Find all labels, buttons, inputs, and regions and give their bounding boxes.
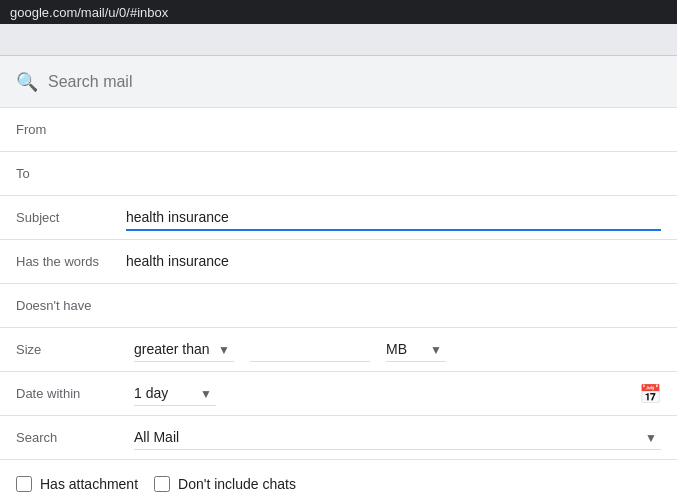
size-number-input[interactable] <box>250 337 370 362</box>
subject-label: Subject <box>16 210 126 225</box>
from-row: From <box>0 108 677 152</box>
doesnt-have-row: Doesn't have <box>0 284 677 328</box>
mb-select-wrapper: MBKBBytes ▼ <box>386 337 446 362</box>
to-row: To <box>0 152 677 196</box>
size-label: Size <box>16 342 126 357</box>
search-in-select[interactable]: All MailInboxStarredSent MailDraftsSpamT… <box>134 425 661 450</box>
search-bar: 🔍 <box>0 56 677 108</box>
title-bar: google.com/mail/u/0/#inbox <box>0 0 677 24</box>
has-attachment-checkbox[interactable] <box>16 476 32 492</box>
search-in-select-wrapper: All MailInboxStarredSent MailDraftsSpamT… <box>134 425 661 450</box>
to-input[interactable] <box>126 161 661 186</box>
date-within-label: Date within <box>16 386 126 401</box>
search-icon: 🔍 <box>16 71 38 93</box>
size-select-wrapper: greater thanless than ▼ <box>134 337 234 362</box>
search-form: From To Subject Has the words Doesn't ha… <box>0 108 677 500</box>
has-attachment-checkbox-label[interactable]: Has attachment <box>16 476 138 492</box>
size-select[interactable]: greater thanless than <box>134 337 234 362</box>
from-label: From <box>16 122 126 137</box>
url-text: google.com/mail/u/0/#inbox <box>10 5 168 20</box>
has-words-row: Has the words <box>0 240 677 284</box>
subject-input[interactable] <box>126 205 661 231</box>
has-words-input[interactable] <box>126 249 661 274</box>
calendar-icon[interactable]: 📅 <box>639 383 661 405</box>
has-attachment-label: Has attachment <box>40 476 138 492</box>
date-select-wrapper: 1 day3 days1 week2 weeks1 month2 months6… <box>134 381 216 406</box>
mb-unit-select[interactable]: MBKBBytes <box>386 337 446 362</box>
size-row: Size greater thanless than ▼ MBKBBytes ▼ <box>0 328 677 372</box>
date-within-row: Date within 1 day3 days1 week2 weeks1 mo… <box>0 372 677 416</box>
checkboxes-row: Has attachment Don't include chats <box>0 460 677 500</box>
doesnt-have-label: Doesn't have <box>16 298 126 313</box>
doesnt-have-input[interactable] <box>126 293 661 318</box>
browser-tab-bar <box>0 24 677 56</box>
search-in-label: Search <box>16 430 126 445</box>
to-label: To <box>16 166 126 181</box>
subject-row: Subject <box>0 196 677 240</box>
dont-include-chats-checkbox[interactable] <box>154 476 170 492</box>
search-in-row: Search All MailInboxStarredSent MailDraf… <box>0 416 677 460</box>
has-words-label: Has the words <box>16 254 126 269</box>
from-input[interactable] <box>126 117 661 142</box>
dont-include-chats-label: Don't include chats <box>178 476 296 492</box>
date-within-select[interactable]: 1 day3 days1 week2 weeks1 month2 months6… <box>134 381 216 406</box>
dont-include-chats-checkbox-label[interactable]: Don't include chats <box>154 476 296 492</box>
search-input[interactable] <box>48 73 661 91</box>
